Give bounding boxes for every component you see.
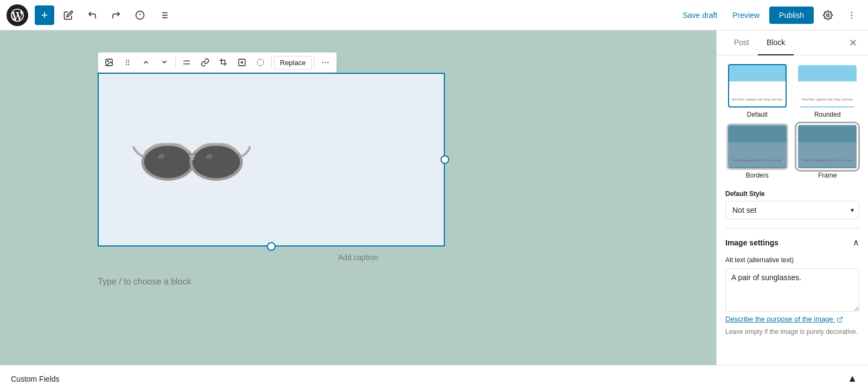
main-layout: Replace <box>0 30 868 365</box>
style-thumb-borders[interactable]: Short filers appetize cold, minty, and t… <box>728 125 787 168</box>
style-item-rounded[interactable]: Short filers: appetize cold, minty, and … <box>796 64 860 118</box>
svg-point-27 <box>327 62 328 63</box>
sidebar: Post Block ✕ Short filers: appetize cold… <box>716 30 868 365</box>
svg-point-17 <box>126 62 127 63</box>
tab-post[interactable]: Post <box>725 30 758 55</box>
svg-point-19 <box>126 64 127 65</box>
move-up-button[interactable] <box>137 54 155 71</box>
save-draft-button[interactable]: Save draft <box>677 8 723 23</box>
chevron-down-icon <box>161 58 168 66</box>
editor-inner: Replace <box>98 52 618 343</box>
image-settings-header: Image settings ∧ <box>725 237 859 248</box>
thumb-frame-text: Short filers appetize cold, minty, and t… <box>800 157 855 163</box>
image-settings-title: Image settings <box>725 238 778 247</box>
undo-button[interactable] <box>82 5 102 25</box>
text-overlay-icon <box>238 58 246 67</box>
custom-fields-label: Custom Fields <box>11 375 59 383</box>
ellipsis-icon <box>321 58 330 67</box>
align-button[interactable] <box>178 54 195 71</box>
svg-point-15 <box>126 60 127 61</box>
toolbar-divider-2 <box>271 56 272 69</box>
style-thumb-frame[interactable]: Short filers appetize cold, minty, and t… <box>798 125 857 168</box>
svg-point-9 <box>827 14 829 16</box>
default-style-select[interactable]: Not set Default Rounded Borders Frame <box>725 201 859 219</box>
describe-note: Leave empty if the image is purely decor… <box>725 327 859 337</box>
svg-point-24 <box>257 59 264 66</box>
style-item-frame[interactable]: Short filers appetize cold, minty, and t… <box>796 125 860 179</box>
drag-handle-button[interactable] <box>119 54 136 71</box>
custom-fields-bar: Custom Fields ▲ <box>0 365 868 392</box>
default-style-label: Default Style <box>725 190 859 198</box>
style-thumb-default[interactable]: Short filers: appetize cold, minty, and … <box>728 64 787 108</box>
style-label-default: Default <box>747 111 768 118</box>
sidebar-tabs: Post Block ✕ <box>717 30 868 55</box>
wordpress-icon <box>11 9 24 22</box>
redo-icon <box>111 10 121 20</box>
undo-icon <box>87 10 97 20</box>
describe-purpose-link[interactable]: Describe the purpose of the image <box>725 315 843 323</box>
pencil-icon <box>63 10 73 20</box>
resize-handle-bottom[interactable] <box>267 242 276 251</box>
svg-point-20 <box>128 64 129 65</box>
toolbar-divider-1 <box>175 56 176 69</box>
style-label-borders: Borders <box>746 172 769 179</box>
alt-text-label: Alt text (alternative text) <box>725 256 859 264</box>
edit-mode-button[interactable] <box>59 5 78 25</box>
style-thumb-rounded[interactable]: Short filers: appetize cold, minty, and … <box>798 64 857 108</box>
image-container[interactable] <box>98 73 445 246</box>
thumb-rounded-text: Short filers: appetize cold, minty, and … <box>800 97 856 103</box>
image-settings-collapse-button[interactable]: ∧ <box>853 237 859 248</box>
redo-button[interactable] <box>106 5 126 25</box>
sidebar-close-button[interactable]: ✕ <box>847 30 859 55</box>
list-view-button[interactable] <box>154 5 174 25</box>
link-icon <box>201 58 209 67</box>
style-label-rounded: Rounded <box>814 111 841 118</box>
svg-point-10 <box>851 11 852 12</box>
thumb-default-text: Short filers: appetize cold, minty, and … <box>729 97 785 103</box>
style-item-default[interactable]: Short filers: appetize cold, minty, and … <box>725 64 789 118</box>
block-toolbar: Replace <box>98 52 337 73</box>
style-label-frame: Frame <box>818 172 837 179</box>
publish-button[interactable]: Publish <box>769 7 814 24</box>
text-overlay-button[interactable] <box>233 54 251 71</box>
more-options-button[interactable] <box>842 5 861 25</box>
svg-point-12 <box>851 17 852 18</box>
list-view-icon <box>159 10 169 20</box>
selection-icon <box>256 58 265 67</box>
wp-logo <box>7 4 28 26</box>
style-item-borders[interactable]: Short filers appetize cold, minty, and t… <box>725 125 789 179</box>
thumb-borders-text: Short filers appetize cold, minty, and t… <box>730 157 784 163</box>
preview-button[interactable]: Preview <box>727 8 765 23</box>
link-button[interactable] <box>196 54 214 71</box>
alt-text-input[interactable] <box>725 268 859 312</box>
crop-button[interactable] <box>215 54 232 71</box>
svg-line-32 <box>839 317 843 320</box>
describe-link-text: Describe the purpose of the image <box>725 315 833 323</box>
editor-area[interactable]: Replace <box>0 30 716 365</box>
sunglasses-image <box>131 124 251 195</box>
settings-button[interactable] <box>818 5 838 25</box>
add-block-button[interactable]: + <box>35 5 54 25</box>
crop-icon <box>219 58 228 67</box>
image-caption[interactable]: Add caption <box>98 246 618 268</box>
svg-point-18 <box>128 62 129 63</box>
sidebar-content: Short filers: appetize cold, minty, and … <box>717 55 868 365</box>
more-block-options-button[interactable] <box>317 54 334 71</box>
tab-block[interactable]: Block <box>758 30 794 55</box>
info-icon <box>135 10 145 20</box>
info-button[interactable] <box>130 5 150 25</box>
style-grid: Short filers: appetize cold, minty, and … <box>725 64 859 179</box>
chevron-up-icon <box>142 59 150 66</box>
custom-fields-toggle-button[interactable]: ▲ <box>847 373 857 384</box>
image-icon-button[interactable] <box>100 54 118 71</box>
move-down-button[interactable] <box>156 53 173 71</box>
align-icon <box>182 58 191 67</box>
select-circle-button[interactable] <box>252 54 269 71</box>
svg-point-26 <box>325 62 326 63</box>
resize-handle-right[interactable] <box>441 155 449 164</box>
type-block-placeholder[interactable]: Type / to choose a block <box>98 268 618 295</box>
toolbar-divider-3 <box>314 56 315 69</box>
svg-point-14 <box>107 61 108 62</box>
replace-button[interactable]: Replace <box>274 56 312 69</box>
drag-icon <box>123 58 132 67</box>
